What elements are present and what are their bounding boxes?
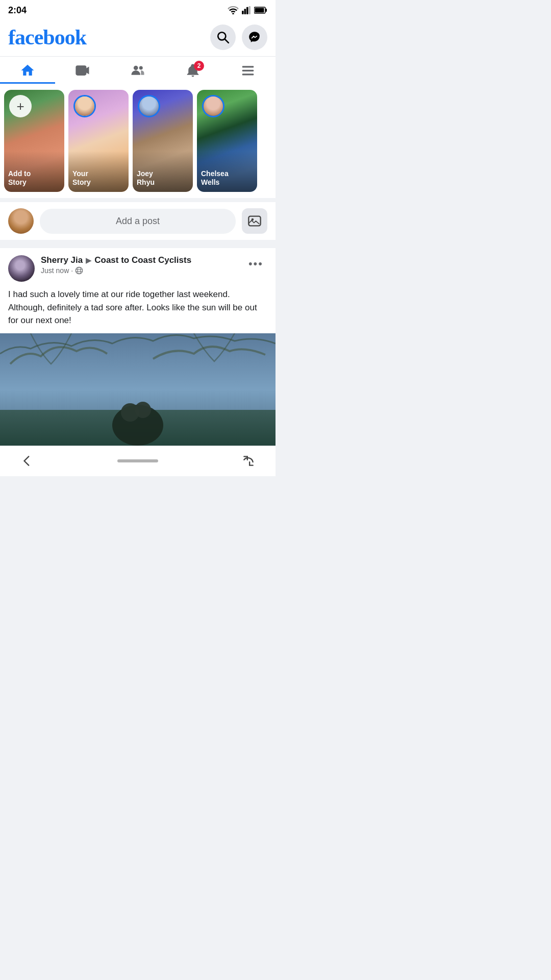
bottom-nav	[0, 446, 276, 476]
post-author-line: Sherry Jia ▶ Coast to Coast Cyclists	[41, 255, 238, 265]
post-image	[0, 333, 276, 446]
svg-rect-16	[242, 74, 254, 75]
add-photo-button[interactable]	[242, 208, 267, 234]
signal-icon	[242, 6, 251, 14]
globe-icon	[75, 266, 83, 275]
your-story-avatar	[73, 95, 96, 117]
svg-rect-4	[248, 6, 251, 14]
back-button[interactable]	[20, 454, 34, 468]
search-button[interactable]	[210, 24, 236, 50]
story-card-add[interactable]: + Add toStory	[4, 90, 64, 192]
svg-rect-1	[242, 11, 244, 14]
svg-rect-10	[77, 66, 86, 75]
svg-point-27	[135, 402, 151, 418]
post-author-avatar[interactable]	[8, 255, 35, 282]
home-indicator	[117, 459, 158, 462]
post-more-options-button[interactable]: •••	[244, 255, 267, 273]
story-label-chelsea: ChelseaWells	[201, 169, 229, 187]
messenger-button[interactable]	[242, 24, 267, 50]
current-user-avatar	[8, 208, 34, 234]
tab-home[interactable]	[0, 57, 55, 84]
search-icon	[216, 31, 230, 44]
nav-tabs: 2	[0, 56, 276, 84]
story-card-chelsea[interactable]: ChelseaWells	[197, 90, 257, 192]
status-icons	[228, 6, 267, 14]
chelsea-story-avatar	[202, 95, 224, 117]
svg-point-13	[139, 66, 143, 70]
post-image-svg	[0, 333, 276, 446]
battery-icon	[254, 7, 267, 14]
story-label-joey: JoeyRhyu	[137, 169, 155, 187]
post-author-name[interactable]: Sherry Jia	[41, 255, 83, 265]
wifi-icon	[228, 6, 239, 14]
post-body-text: I had such a lovely time at our ride tog…	[0, 286, 276, 333]
post-group-name[interactable]: Coast to Coast Cyclists	[94, 255, 191, 265]
post-time-text: Just now	[41, 266, 69, 275]
story-label-add: Add toStory	[8, 169, 31, 187]
section-divider-2	[0, 240, 276, 244]
story-label-your: YourStory	[72, 169, 91, 187]
svg-rect-14	[242, 66, 254, 67]
post-card: Sherry Jia ▶ Coast to Coast Cyclists Jus…	[0, 248, 276, 446]
add-post-button[interactable]: Add a post	[40, 209, 236, 234]
header-icons	[210, 24, 267, 50]
rotate-button[interactable]	[242, 454, 255, 468]
story-card-joey[interactable]: JoeyRhyu	[133, 90, 193, 192]
menu-icon	[240, 63, 256, 78]
tab-notifications[interactable]: 2	[165, 57, 220, 84]
svg-rect-15	[242, 70, 254, 71]
header: facebook	[0, 20, 276, 56]
back-icon	[20, 454, 34, 468]
tab-menu[interactable]	[220, 57, 276, 84]
svg-point-20	[78, 267, 81, 274]
svg-rect-2	[244, 9, 246, 14]
status-time: 2:04	[8, 5, 27, 16]
section-divider-1	[0, 198, 276, 202]
facebook-logo: facebook	[8, 25, 86, 50]
post-time-dot: ·	[71, 266, 73, 275]
notification-badge: 2	[194, 61, 204, 71]
story-card-your[interactable]: YourStory	[68, 90, 129, 192]
svg-line-9	[225, 39, 229, 43]
post-time-line: Just now ·	[41, 266, 238, 275]
joey-story-avatar	[138, 95, 160, 117]
stories-section: + Add toStory YourStory JoeyRhyu Chelsea…	[0, 84, 276, 198]
video-icon	[75, 63, 90, 78]
photo-icon	[247, 214, 262, 228]
create-post-section: Add a post	[0, 202, 276, 240]
messenger-icon	[248, 31, 261, 44]
home-icon	[20, 63, 35, 78]
groups-icon	[130, 63, 145, 78]
post-meta: Sherry Jia ▶ Coast to Coast Cyclists Jus…	[41, 255, 238, 275]
svg-rect-3	[246, 7, 248, 14]
post-header: Sherry Jia ▶ Coast to Coast Cyclists Jus…	[0, 248, 276, 286]
status-bar: 2:04	[0, 0, 276, 20]
tab-video[interactable]	[55, 57, 110, 84]
tab-groups[interactable]	[110, 57, 165, 84]
add-story-plus: +	[9, 95, 32, 117]
rotate-icon	[242, 454, 255, 468]
svg-rect-7	[255, 8, 264, 13]
svg-point-0	[232, 13, 234, 14]
post-arrow-icon: ▶	[86, 256, 91, 264]
svg-point-12	[134, 66, 138, 70]
svg-point-19	[76, 267, 82, 274]
svg-rect-6	[265, 9, 267, 12]
